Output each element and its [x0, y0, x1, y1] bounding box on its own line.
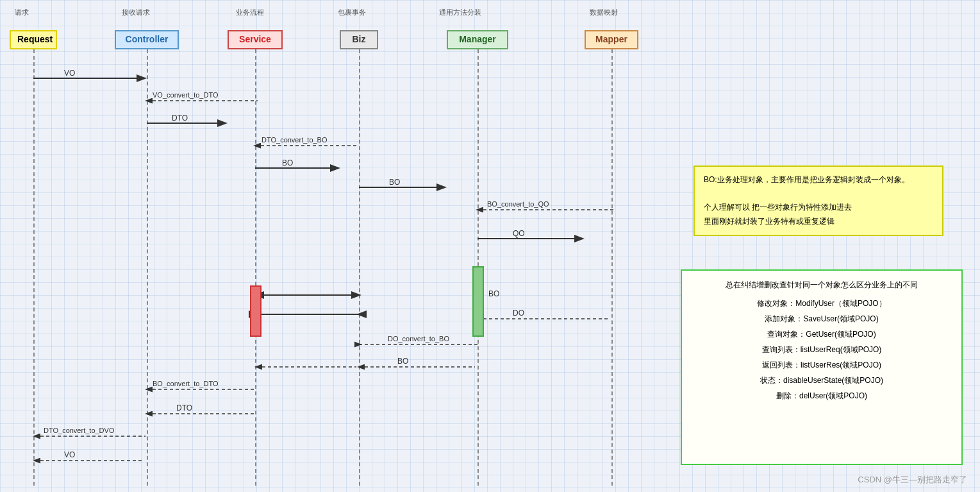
note-bo-explanation: BO:业务处理对象，主要作用是把业务逻辑封装成一个对象。 个人理解可以 把一些对… [693, 165, 943, 236]
arrow-label-dto1: DTO [172, 114, 188, 123]
arrow-label-do-convert: DO_convert_to_BO [388, 335, 449, 343]
note2-item4: 返回列表：listUserRes(领域POJO) [693, 357, 950, 373]
activation-service [250, 285, 262, 337]
activation-manager [472, 266, 484, 337]
label-controller: 接收请求 [122, 8, 150, 17]
note2-item1: 添加对象：SaveUser(领域POJO) [693, 311, 950, 327]
participant-service: Service [228, 30, 283, 49]
arrow-label-bo3: BO [397, 357, 408, 366]
lifeline-biz [359, 49, 360, 486]
lifeline-controller [147, 49, 148, 486]
csdn-watermark: CSDN @牛三—别把路走窄了 [858, 474, 967, 486]
note-pojo-types: 总在纠结增删改查针对同一个对象怎么区分业务上的不同 修改对象：ModifyUse… [681, 269, 963, 465]
arrow-label-do: DO [513, 309, 524, 318]
arrow-label-bo-convert-qo: BO_convert_to_QO [487, 200, 549, 208]
arrow-label-bo2: BO [389, 178, 400, 187]
note2-item0: 修改对象：ModifyUser（领域POJO） [693, 296, 950, 311]
label-mapper: 数据映射 [590, 8, 618, 17]
note1-line3: 个人理解可以 把一些对象行为特性添加进去 [704, 203, 852, 212]
note1-line1: BO:业务处理对象，主要作用是把业务逻辑封装成一个对象。 [704, 175, 909, 184]
arrow-label-bo-manager: BO [488, 289, 499, 298]
label-request: 请求 [15, 8, 29, 17]
arrow-label-dto2: DTO [176, 403, 192, 412]
note2-title: 总在纠结增删改查针对同一个对象怎么区分业务上的不同 [693, 280, 950, 291]
diagram-container: 请求 接收请求 业务流程 包裹事务 通用方法分装 数据映射 Request Co… [0, 0, 980, 492]
participant-mapper: Mapper [585, 30, 638, 49]
participant-manager: Manager [447, 30, 508, 49]
participant-biz: Biz [340, 30, 378, 49]
note2-item2: 查询对象：GetUser(领域POJO) [693, 327, 950, 342]
lifeline-mapper [611, 49, 613, 486]
arrow-label-vo-convert: VO_convert_to_DTO [153, 91, 219, 99]
note2-item6: 删除：delUser(领域POJO) [693, 388, 950, 403]
participant-controller: Controller [115, 30, 179, 49]
label-manager: 通用方法分装 [439, 8, 481, 17]
note2-item3: 查询列表：listUserReq(领域POJO) [693, 342, 950, 357]
arrow-label-bo-convert-dto: BO_convert_to_DTO [153, 380, 219, 387]
arrow-label-qo: QO [513, 229, 525, 238]
note1-line4: 里面刚好就封装了业务特有或重复逻辑 [704, 217, 835, 226]
lifeline-service [255, 49, 256, 486]
arrow-label-bo1: BO [282, 158, 293, 167]
lifeline-request [33, 49, 35, 486]
arrow-label-dto-convert-dvo: DTO_convert_to_DVO [44, 427, 115, 434]
note2-item5: 状态：disableUserState(领域POJO) [693, 373, 950, 388]
arrow-label-vo1: VO [64, 69, 75, 78]
label-service: 业务流程 [236, 8, 264, 17]
participant-request: Request [10, 30, 57, 49]
arrow-label-dto-convert: DTO_convert_to_BO [262, 136, 328, 144]
arrow-label-vo2: VO [64, 450, 75, 459]
label-biz: 包裹事务 [338, 8, 366, 17]
